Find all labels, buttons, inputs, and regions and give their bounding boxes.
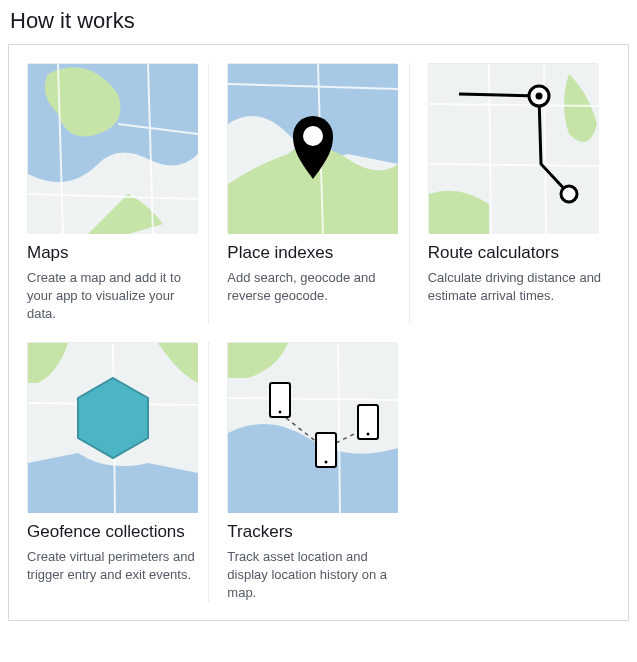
- card-title: Trackers: [227, 522, 399, 542]
- geofence-collections-thumbnail: [27, 342, 197, 512]
- svg-point-31: [367, 432, 370, 435]
- card-place-indexes[interactable]: Place indexes Add search, geocode and re…: [227, 63, 409, 324]
- card-maps[interactable]: Maps Create a map and add it to your app…: [27, 63, 209, 324]
- route-start-icon: [529, 86, 549, 106]
- svg-point-27: [279, 410, 282, 413]
- card-description: Create a map and add it to your app to v…: [27, 269, 198, 324]
- phone-icon: [270, 383, 290, 417]
- svg-point-15: [535, 93, 542, 100]
- route-end-icon: [561, 186, 577, 202]
- trackers-thumbnail: [227, 342, 397, 512]
- card-description: Create virtual perimeters and trigger en…: [27, 548, 198, 584]
- route-calculators-thumbnail: [428, 63, 598, 233]
- phone-icon: [358, 405, 378, 439]
- svg-point-29: [325, 460, 328, 463]
- card-route-calculators[interactable]: Route calculators Calculate driving dist…: [428, 63, 610, 324]
- card-title: Geofence collections: [27, 522, 198, 542]
- card-grid: Maps Create a map and add it to your app…: [27, 63, 610, 602]
- card-description: Add search, geocode and reverse geocode.: [227, 269, 398, 305]
- phone-icon: [316, 433, 336, 467]
- section-title: How it works: [8, 8, 629, 34]
- card-title: Place indexes: [227, 243, 398, 263]
- card-title: Maps: [27, 243, 198, 263]
- svg-point-16: [561, 186, 577, 202]
- card-title: Route calculators: [428, 243, 610, 263]
- card-description: Track asset location and display locatio…: [227, 548, 399, 603]
- card-trackers[interactable]: Trackers Track asset location and displa…: [227, 342, 409, 603]
- svg-point-8: [303, 126, 323, 146]
- card-geofence-collections[interactable]: Geofence collections Create virtual peri…: [27, 342, 209, 603]
- card-description: Calculate driving distance and estimate …: [428, 269, 610, 305]
- how-it-works-panel: Maps Create a map and add it to your app…: [8, 44, 629, 621]
- place-indexes-thumbnail: [227, 63, 397, 233]
- maps-thumbnail: [27, 63, 197, 233]
